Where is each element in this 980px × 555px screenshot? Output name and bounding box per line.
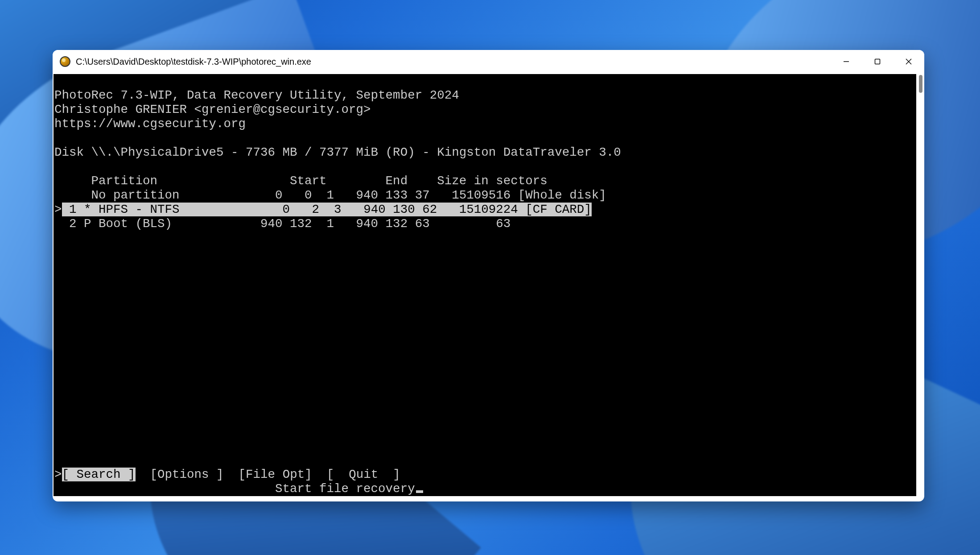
app-window: C:\Users\David\Desktop\testdisk-7.3-WIP\… xyxy=(53,50,924,501)
menu-hint: Start file recovery xyxy=(54,482,415,496)
partition-row-hpfs-ntfs[interactable]: 1 * HPFS - NTFS 0 2 3 940 130 62 1510922… xyxy=(62,203,592,216)
maximize-button[interactable] xyxy=(862,50,893,73)
partition-row-selected-arrow: > xyxy=(54,203,62,216)
menu-arrow: > xyxy=(54,468,62,481)
header-line-1: PhotoRec 7.3-WIP, Data Recovery Utility,… xyxy=(54,88,459,102)
terminal[interactable]: PhotoRec 7.3-WIP, Data Recovery Utility,… xyxy=(54,74,916,496)
disk-info: Disk \\.\PhysicalDrive5 - 7736 MB / 7377… xyxy=(54,145,621,159)
titlebar[interactable]: C:\Users\David\Desktop\testdisk-7.3-WIP\… xyxy=(53,50,924,73)
cursor xyxy=(416,490,423,493)
minimize-button[interactable] xyxy=(831,50,862,73)
window-title: C:\Users\David\Desktop\testdisk-7.3-WIP\… xyxy=(76,57,831,67)
column-headers: Partition Start End Size in sectors xyxy=(54,174,548,188)
partition-row-no-partition[interactable]: No partition 0 0 1 940 133 37 15109516 [… xyxy=(54,188,606,202)
app-icon xyxy=(60,56,70,67)
close-button[interactable] xyxy=(893,50,924,73)
svg-rect-1 xyxy=(875,59,880,64)
header-line-3: https://www.cgsecurity.org xyxy=(54,117,246,131)
menu-fileopt[interactable]: [File Opt] xyxy=(239,468,312,481)
scrollbar[interactable] xyxy=(919,75,922,93)
menu-options[interactable]: [Options ] xyxy=(150,468,224,481)
header-line-2: Christophe GRENIER <grenier@cgsecurity.o… xyxy=(54,103,371,116)
partition-row-boot-bls[interactable]: 2 P Boot (BLS) 940 132 1 940 132 63 63 xyxy=(54,217,511,231)
menu-search[interactable]: [ Search ] xyxy=(62,468,136,481)
menu-quit[interactable]: [ Quit ] xyxy=(327,468,400,481)
